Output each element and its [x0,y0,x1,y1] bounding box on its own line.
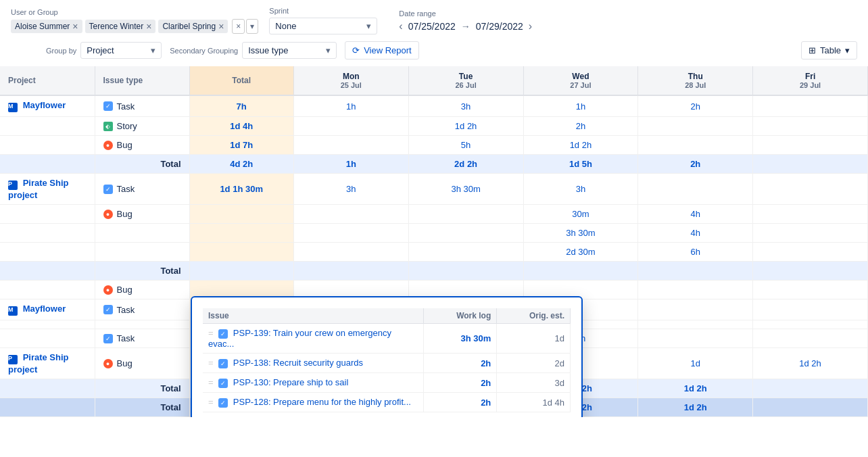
secondary-grouping-select[interactable]: Issue type ▾ [242,42,337,59]
project-cell-empty [0,117,95,136]
col-fri: Fri 29 Jul [753,66,868,95]
mon-cell [293,243,408,262]
project-cell-empty [0,329,95,348]
fri-cell[interactable]: 1d 2h [753,348,868,379]
popup-col-orig: Orig. est. [497,308,571,324]
tag-claribel-label: Claribel Spring [162,22,216,31]
tue-cell[interactable]: 3h [408,95,523,117]
thu-cell [638,174,753,205]
thu-cell: 6h [638,243,753,262]
date-nav: ‹ 07/25/2022 → 07/29/2022 › [399,20,532,32]
wed-cell[interactable]: 2h [523,117,638,136]
project-cell-empty [0,243,95,262]
total-cell[interactable]: 1d 7h [189,136,293,155]
expand-tags-button[interactable]: ▾ [246,19,258,34]
mon-cell[interactable]: 1h [293,95,408,117]
sprint-arrow-icon: ▾ [366,21,371,31]
total-cell[interactable]: 1d 1h 30m [189,174,293,205]
subtotal-fri [753,155,868,174]
thu-cell [638,136,753,155]
popup-worklog-130: 2h [423,373,497,393]
issue-popup: Issue Work log Orig. est. = ✓ PSP-139: T… [191,296,583,417]
col-issue-type: Issue type [95,66,189,95]
table-row: ⬖ Story 1d 4h 1d 2h 2h [0,117,868,136]
mon-cell[interactable]: 3h [293,174,408,205]
wed-cell: 3h 30m [523,224,638,243]
main-table-container: Project Issue type Total Mon 25 Jul Tue … [0,66,868,417]
section-total-wed [523,262,638,281]
popup-issue-psp130[interactable]: PSP-130: Prepare ship to sail [233,377,349,387]
popup-worklog-128: 2h [423,393,497,412]
mayflower2-project-icon: M [8,306,18,316]
clear-tags-button[interactable]: × [232,19,245,34]
issue-label: Story [117,121,137,131]
popup-col-issue: Issue [203,308,423,324]
wed-cell[interactable]: 1h [523,95,638,117]
group-by-select[interactable]: Project ▾ [80,42,162,59]
total-cell[interactable]: 7h [189,95,293,117]
fri-cell [753,329,868,348]
tue-date: 26 Jul [417,81,515,89]
subtotal-tue: 2d 2h [408,155,523,174]
wed-cell[interactable]: 1d 2h [523,136,638,155]
view-report-button[interactable]: ⟳ View Report [345,41,419,59]
issue-type-cell: ✓ Task [95,95,189,117]
table-view-button[interactable]: ⊞ Table ▾ [801,41,857,59]
popup-orig-138: 2d [497,354,571,373]
tag-terence[interactable]: Terence Winter × [85,20,156,33]
popup-issue-psp128[interactable]: PSP-128: Prepare menu for the highly pro… [233,397,411,407]
project-cell-empty [0,224,95,243]
popup-issue-row: = ✓ PSP-130: Prepare ship to sail 2h 3d [203,373,571,393]
project-cell[interactable]: M Mayflower [0,299,95,320]
table-row: 3h 30m 4h [0,224,868,243]
tag-claribel-remove[interactable]: × [218,22,224,31]
next-date-button[interactable]: › [529,20,532,32]
issue-label: Task [117,305,135,315]
tag-aloise[interactable]: Aloise Summer × [11,20,82,33]
thu-cell: 4h [638,224,753,243]
col-mon: Mon 25 Jul [293,66,408,95]
project-cell[interactable]: P Pirate Ship project [0,348,95,379]
section-total-fri [753,262,868,281]
bug-icon: ● [103,285,113,295]
wed-date: 27 Jul [532,81,630,89]
popup-table-header: Issue Work log Orig. est. [203,308,571,324]
table-arrow-icon: ▾ [845,45,850,55]
sprint-value: None [275,21,296,31]
thu-cell[interactable]: 2h [638,95,753,117]
project-cell[interactable]: M Mayflower [0,95,95,117]
equals-icon: = [208,358,214,368]
prev-date-button[interactable]: ‹ [399,20,402,32]
tue-cell[interactable]: 3h 30m [408,174,523,205]
tag-aloise-remove[interactable]: × [72,22,78,31]
issue-type-cell: ● Bug [95,205,189,224]
thu-date: 28 Jul [646,81,744,89]
issue-label: Bug [117,140,132,150]
total-cell[interactable]: 1d 4h [189,117,293,136]
thu-cell[interactable]: 1d [638,348,753,379]
fri-cell [753,243,868,262]
sprint-select[interactable]: None ▾ [269,18,377,34]
issue-type-cell: ● Bug [95,348,189,379]
date-start: 07/25/2022 [408,21,456,32]
subtotal-thu: 2h [638,155,753,174]
thu-cell [638,299,753,320]
thu-cell[interactable]: 4h [638,205,753,224]
tue-cell[interactable]: 1d 2h [408,117,523,136]
popup-issue-psp138[interactable]: PSP-138: Recruit security guards [233,358,363,368]
tag-terence-remove[interactable]: × [146,22,151,31]
popup-worklog-139: 3h 30m [423,324,497,354]
popup-issue-psp139[interactable]: PSP-139: Train your crew on emergency ev… [208,328,391,349]
subtotal2-fri [753,379,868,398]
tag-claribel[interactable]: Claribel Spring × [158,20,228,33]
tue-cell[interactable]: 5h [408,136,523,155]
group-by-label: Group by [46,47,76,55]
wed-cell: 30m [523,205,638,224]
wed-cell[interactable]: 3h [523,174,638,205]
equals-icon: = [208,377,214,387]
project-cell[interactable]: P Pirate Ship project [0,174,95,205]
issue-type-cell: ✓ Task [95,299,189,320]
issue-type-cell: ● Bug [95,136,189,155]
project-cell-empty [0,136,95,155]
table-row: ● Bug 1d 7h 5h 1d 2h [0,136,868,155]
